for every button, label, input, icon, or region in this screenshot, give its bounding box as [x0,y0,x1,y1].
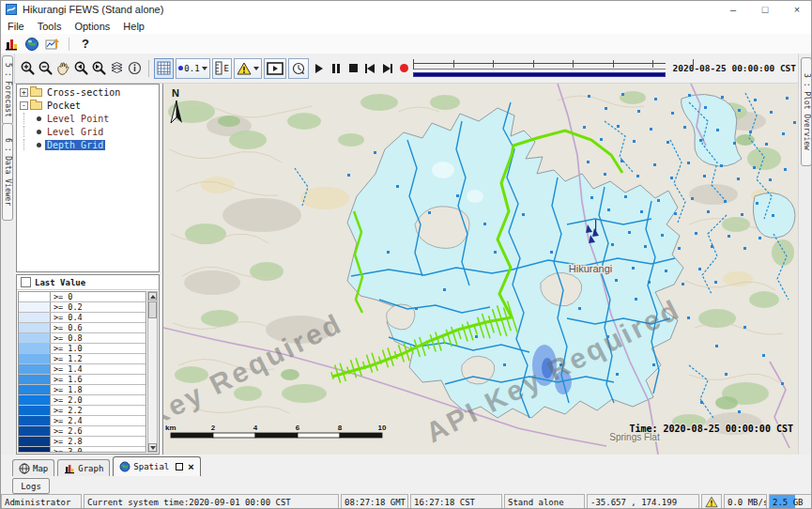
level-point-dot[interactable] [782,132,785,135]
level-point-dot[interactable] [700,401,703,404]
level-point-dot[interactable] [720,164,723,167]
level-point-dot[interactable] [633,140,636,143]
level-point-dot[interactable] [698,268,701,270]
tree-item-label[interactable]: Level Point [45,114,111,124]
level-point-dot[interactable] [703,175,706,177]
level-point-dot[interactable] [387,251,390,254]
level-point-dot[interactable] [475,335,478,338]
level-point-dot[interactable] [688,94,691,97]
level-point-dot[interactable] [587,161,590,163]
tree-item-level-point[interactable]: Level Point [17,113,159,124]
level-point-dot[interactable] [550,251,553,254]
level-point-dot[interactable] [611,243,614,246]
level-point-dot[interactable] [687,316,690,319]
expand-icon[interactable]: + [20,88,28,97]
legend-row[interactable]: >= 1.4 [19,364,146,375]
level-point-dot[interactable] [578,307,581,310]
zoom-in-button[interactable] [20,59,37,78]
level-point-dot[interactable] [671,112,674,115]
tab-close-icon[interactable]: × [188,461,193,472]
level-point-dot[interactable] [737,177,740,180]
level-point-dot[interactable] [793,121,796,124]
level-point-dot[interactable] [678,247,681,250]
level-point-dot[interactable] [637,110,640,113]
level-point-dot[interactable] [716,129,719,131]
pause-button[interactable] [329,60,344,77]
legend-row[interactable]: >= 0.8 [19,333,146,344]
pan-button[interactable] [55,59,72,78]
menu-help[interactable]: Help [116,21,151,32]
grid-display-button[interactable] [154,58,174,79]
level-point-dot[interactable] [654,98,657,100]
level-point-dot[interactable] [753,166,756,169]
level-point-dot[interactable] [762,354,765,357]
tab-maximize-icon[interactable] [176,463,183,470]
level-point-dot[interactable] [583,126,586,129]
stop-button[interactable] [345,60,360,77]
level-point-dot[interactable] [769,178,772,181]
map-display-button[interactable] [22,36,42,53]
tree-item-label-selected[interactable]: Depth Grid [45,140,105,150]
level-point-dot[interactable] [704,106,707,109]
level-point-dot[interactable] [483,223,486,225]
legend-row[interactable]: >= 2.4 [19,416,146,426]
legend-row[interactable]: >= 2.8 [19,437,146,447]
legend-row[interactable]: >= 1.8 [19,385,146,395]
level-point-dot[interactable] [616,373,619,376]
step-forward-button[interactable] [380,60,395,77]
level-point-dot[interactable] [781,382,784,385]
level-point-dot[interactable] [674,212,677,215]
level-point-dot[interactable] [624,195,627,198]
tree-item-cross-section[interactable]: + Cross-section [17,86,159,98]
legend-row[interactable]: >= 0 [19,292,146,302]
spatial-display-button[interactable] [42,36,63,53]
level-point-dot[interactable] [620,160,623,162]
level-point-dot[interactable] [699,139,702,142]
level-point-dot[interactable] [743,326,746,329]
level-point-dot[interactable] [604,173,606,176]
level-point-dot[interactable] [691,197,694,200]
close-button[interactable]: × [781,1,812,18]
level-point-dot[interactable] [687,162,690,164]
level-point-dot[interactable] [715,345,718,347]
level-point-dot[interactable] [415,307,418,310]
scrollbar-thumb[interactable] [148,301,157,318]
level-point-dot[interactable] [707,210,710,213]
level-point-dot[interactable] [749,131,752,133]
level-point-dot[interactable] [682,283,684,285]
maximize-button[interactable]: □ [749,1,781,18]
level-point-dot[interactable] [711,245,713,248]
zoom-out-button[interactable] [38,59,54,78]
map-view[interactable]: API Key RequiredAPI Key Required Hikuran… [162,84,798,455]
timeseries-dialog-button[interactable] [1,36,22,53]
level-point-dot[interactable] [666,141,669,144]
level-point-dot[interactable] [741,213,743,216]
zoom-previous-button[interactable] [73,59,90,78]
scale-button[interactable]: E [212,58,232,79]
level-point-dot[interactable] [754,99,757,101]
legend-row[interactable]: >= 1.6 [19,375,146,385]
legend-row[interactable]: >= 1.0 [19,344,146,354]
collapse-icon[interactable]: - [20,101,28,110]
level-point-dot[interactable] [784,168,787,171]
help-button[interactable]: ? [75,36,96,53]
legend-row[interactable]: >= 2.0 [19,395,146,406]
level-point-dot[interactable] [640,210,643,213]
level-point-dot[interactable] [695,232,697,235]
level-point-dot[interactable] [607,208,610,211]
level-point-dot[interactable] [636,175,639,177]
level-point-dot[interactable] [588,95,590,98]
minimize-button[interactable]: – [717,1,749,18]
level-point-dot[interactable] [786,97,789,100]
tree-item-label[interactable]: Pocket [45,100,83,111]
time-slider[interactable] [413,59,666,78]
tree-item-pocket[interactable]: - Pocket [17,100,159,111]
legend-row[interactable]: >= 0.2 [19,302,146,313]
level-point-dot[interactable] [724,200,727,203]
level-point-dot[interactable] [721,96,724,99]
tab-map[interactable]: Map [12,459,54,476]
timer-settings-button[interactable] [288,58,309,79]
level-point-dot[interactable] [648,281,651,284]
level-point-dot[interactable] [600,138,603,141]
legend-row[interactable]: >= 2.2 [19,406,146,416]
